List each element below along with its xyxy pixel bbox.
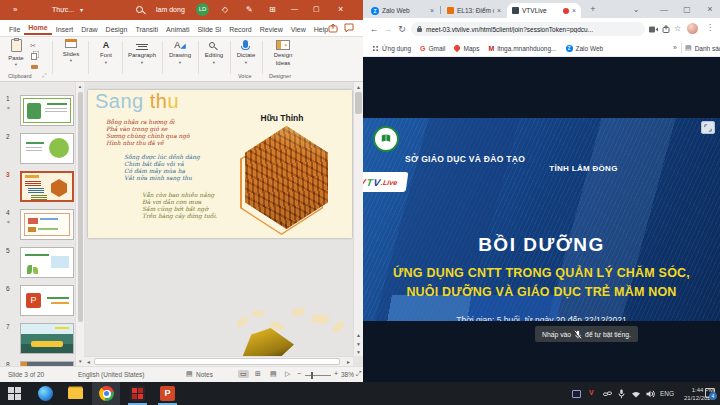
scroll-down-icon[interactable]: ▼ (356, 349, 361, 355)
tab-el13[interactable]: EL13: Điểm d × (442, 3, 506, 18)
scroll-up-icon[interactable]: ▲ (354, 84, 363, 90)
bookmark-zalo[interactable]: Z Zalo Web (566, 45, 604, 52)
close-button[interactable]: × (699, 0, 720, 18)
tray-microphone-icon[interactable] (618, 389, 625, 399)
new-tab-button[interactable]: + (585, 0, 601, 18)
normal-view-icon[interactable]: ▭ (238, 370, 249, 378)
maximize-button[interactable]: ▢ (313, 5, 320, 13)
zoom-out-icon[interactable]: − (297, 370, 301, 377)
scrollbar-thumb[interactable] (355, 92, 362, 114)
thumbnail-scrollbar[interactable]: ▲ ▼ (75, 82, 84, 366)
tab-record[interactable]: Record (225, 24, 256, 35)
bookmark-star-icon[interactable]: ☆ (674, 24, 681, 33)
next-slide-icon[interactable]: ▼ (356, 341, 361, 347)
tab-draw[interactable]: Draw (77, 24, 101, 35)
notes-toggle[interactable]: Notes (196, 371, 213, 378)
notification-center-icon[interactable]: 4 (705, 388, 715, 398)
dictate-button[interactable]: Dictate ▾ (232, 39, 260, 65)
notes-icon[interactable]: ▤ (186, 370, 193, 378)
editor-horizontal-scrollbar[interactable]: ◄ ► (84, 356, 353, 366)
slide-thumbnail-1[interactable] (20, 95, 74, 126)
drawing-button[interactable]: A◢ Drawing ▾ (164, 39, 196, 65)
tab-transitions[interactable]: Transiti (131, 24, 162, 35)
powerpoint-icon[interactable]: P (160, 386, 175, 401)
close-button[interactable]: × (338, 4, 343, 14)
tray-speaker-icon[interactable] (646, 390, 655, 398)
search-user-label[interactable]: lam dong (156, 6, 185, 13)
url-bar[interactable]: meet-03.vtvlive.vn/html5client/join?sess… (411, 22, 645, 36)
tray-v-icon[interactable]: V (589, 389, 594, 396)
tray-language[interactable]: ENG (660, 390, 674, 397)
language-status[interactable]: English (United States) (78, 371, 144, 378)
slide-title[interactable]: Sang thu (95, 90, 179, 113)
tab-insert[interactable]: Insert (52, 24, 78, 35)
scrollbar-thumb[interactable] (94, 358, 340, 365)
poem-stanza-1[interactable]: Bỗng nhận ra hương ổi Phả vào trong gió … (106, 119, 190, 147)
zoom-slider-thumb[interactable] (311, 372, 313, 379)
share-icon[interactable] (328, 23, 338, 33)
tab-close-icon[interactable]: × (430, 7, 434, 14)
document-title[interactable]: Thực... (52, 6, 74, 13)
slide-sorter-view-icon[interactable]: ⊞ (255, 370, 261, 378)
ribbon-display-icon[interactable]: ⊞ (269, 5, 276, 14)
camera-icon[interactable] (649, 26, 658, 33)
slides-button[interactable]: Slides ▾ (56, 39, 86, 64)
poem-stanza-2[interactable]: Sông được lúc dềnh dàng Chim bắt đầu vội… (124, 154, 200, 182)
tab-design[interactable]: Design (102, 24, 132, 35)
copy-icon[interactable] (31, 53, 37, 60)
slide-author[interactable]: Hữu Thỉnh (236, 113, 328, 123)
zoom-level[interactable]: 38% (341, 371, 354, 378)
scroll-down-icon[interactable]: ▼ (78, 359, 82, 364)
bookmarks-overflow-icon[interactable]: » (673, 44, 677, 51)
comment-icon[interactable] (344, 23, 354, 33)
tab-vtvlive[interactable]: VTVLive × (507, 3, 581, 18)
tray-window-icon[interactable] (572, 390, 581, 398)
share-icon[interactable] (662, 25, 670, 33)
slide-thumbnail-4[interactable] (20, 209, 74, 240)
menu-kebab-icon[interactable]: ⋮ (706, 23, 714, 32)
fullscreen-icon[interactable] (701, 121, 715, 134)
paragraph-button[interactable]: Paragraph ▾ (124, 39, 160, 65)
edge-icon[interactable] (38, 386, 53, 401)
slide-canvas[interactable]: Sang thu Hữu Thỉnh Bỗng nhận ra hương ổi… (88, 90, 352, 238)
back-icon[interactable]: ← (367, 24, 381, 34)
minimize-button[interactable]: — (291, 5, 298, 12)
design-ideas-button[interactable]: ✦ Design Ideas (266, 39, 300, 67)
title-dropdown-icon[interactable]: ▾ (80, 6, 83, 13)
tab-close-icon[interactable]: × (572, 7, 576, 14)
fit-slide-icon[interactable]: ⤢ (356, 370, 362, 378)
tab-search-chevron-icon[interactable]: ⌄ (625, 0, 647, 18)
start-button[interactable] (8, 386, 23, 401)
tab-zalo-web[interactable]: Z Zalo Web × (366, 3, 439, 18)
tab-view[interactable]: View (287, 24, 310, 35)
slide-thumbnail-5[interactable] (20, 247, 74, 278)
maximize-button[interactable]: ▢ (676, 0, 698, 18)
slide-counter[interactable]: Slide 3 of 20 (8, 371, 44, 378)
tab-review[interactable]: Review (256, 24, 287, 35)
zoom-in-icon[interactable]: + (334, 370, 338, 377)
tray-wifi-icon[interactable] (631, 390, 641, 398)
scrollbar-thumb[interactable] (78, 92, 83, 322)
profile-avatar[interactable] (687, 23, 698, 34)
reading-view-icon[interactable]: ▤ (270, 370, 277, 378)
scroll-left-icon[interactable]: ◄ (86, 359, 91, 365)
paste-button[interactable]: Paste ▾ (4, 39, 28, 68)
slide-thumbnail-6[interactable]: P (20, 285, 74, 316)
chrome-icon[interactable] (99, 386, 114, 401)
quick-access-overflow-icon[interactable]: » (13, 5, 17, 14)
slide-thumbnail-2[interactable] (20, 133, 74, 164)
slide-thumbnail-7[interactable] (20, 323, 74, 354)
reading-list-button[interactable]: ▤ Danh sách đọc (685, 44, 720, 52)
minimize-button[interactable]: — (653, 0, 675, 18)
unmute-toast[interactable]: Nhấp vào để tự bật tiếng. (535, 326, 638, 342)
bookmark-maps[interactable]: Maps (454, 45, 479, 52)
file-explorer-icon[interactable] (68, 388, 83, 399)
app-icon-red-grid[interactable] (130, 386, 145, 401)
forward-icon[interactable]: → (381, 24, 395, 34)
font-button[interactable]: A Font ▾ (92, 39, 120, 65)
diamond-icon[interactable]: ◇ (222, 5, 228, 14)
format-painter-icon[interactable] (31, 65, 38, 69)
tab-slideshow[interactable]: Slide Sl (193, 24, 225, 35)
reload-icon[interactable]: ↻ (395, 24, 409, 34)
slideshow-view-icon[interactable]: ▷ (285, 370, 290, 378)
